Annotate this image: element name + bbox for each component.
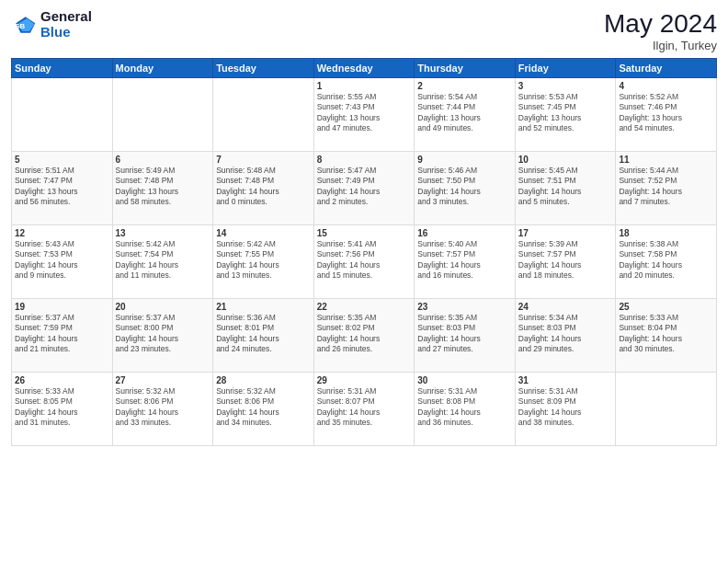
day-number: 25 (619, 302, 713, 312)
day-number: 24 (518, 302, 613, 312)
day-info: Sunrise: 5:45 AM Sunset: 7:51 PM Dayligh… (518, 166, 613, 208)
logo: GB General Blue (11, 9, 92, 40)
day-number: 21 (216, 302, 311, 312)
day-number: 18 (619, 228, 713, 238)
day-number: 23 (417, 302, 512, 312)
day-cell: 3Sunrise: 5:53 AM Sunset: 7:45 PM Daylig… (515, 78, 616, 152)
day-info: Sunrise: 5:33 AM Sunset: 8:05 PM Dayligh… (15, 386, 109, 429)
header: GB General Blue May 2024 Ilgin, Turkey (11, 9, 717, 52)
day-info: Sunrise: 5:42 AM Sunset: 7:54 PM Dayligh… (116, 239, 210, 282)
day-number: 17 (518, 228, 613, 238)
day-info: Sunrise: 5:32 AM Sunset: 8:06 PM Dayligh… (116, 386, 210, 429)
day-number: 28 (216, 375, 311, 385)
day-info: Sunrise: 5:31 AM Sunset: 8:09 PM Dayligh… (518, 386, 613, 429)
day-cell: 24Sunrise: 5:34 AM Sunset: 8:03 PM Dayli… (515, 299, 616, 373)
svg-text:GB: GB (15, 21, 26, 29)
day-cell: 21Sunrise: 5:36 AM Sunset: 8:01 PM Dayli… (213, 299, 314, 373)
day-number: 29 (317, 375, 412, 385)
day-cell: 11Sunrise: 5:44 AM Sunset: 7:52 PM Dayli… (616, 152, 717, 225)
day-number: 27 (116, 375, 210, 385)
day-cell: 6Sunrise: 5:49 AM Sunset: 7:48 PM Daylig… (112, 152, 213, 225)
day-cell: 12Sunrise: 5:43 AM Sunset: 7:53 PM Dayli… (12, 225, 113, 299)
day-cell: 27Sunrise: 5:32 AM Sunset: 8:06 PM Dayli… (112, 373, 213, 446)
day-info: Sunrise: 5:34 AM Sunset: 8:03 PM Dayligh… (518, 313, 613, 355)
day-cell: 4Sunrise: 5:52 AM Sunset: 7:46 PM Daylig… (616, 78, 717, 152)
day-cell: 31Sunrise: 5:31 AM Sunset: 8:09 PM Dayli… (515, 373, 616, 446)
day-info: Sunrise: 5:35 AM Sunset: 8:03 PM Dayligh… (417, 313, 512, 355)
day-cell: 15Sunrise: 5:41 AM Sunset: 7:56 PM Dayli… (313, 225, 415, 299)
day-cell (213, 78, 314, 152)
day-cell: 10Sunrise: 5:45 AM Sunset: 7:51 PM Dayli… (515, 152, 616, 225)
day-info: Sunrise: 5:53 AM Sunset: 7:45 PM Dayligh… (518, 92, 613, 134)
calendar-header-row: SundayMondayTuesdayWednesdayThursdayFrid… (12, 59, 717, 78)
day-number: 14 (216, 228, 311, 238)
day-cell: 18Sunrise: 5:38 AM Sunset: 7:58 PM Dayli… (616, 225, 717, 299)
day-cell: 17Sunrise: 5:39 AM Sunset: 7:57 PM Dayli… (515, 225, 616, 299)
day-info: Sunrise: 5:47 AM Sunset: 7:49 PM Dayligh… (317, 166, 412, 208)
day-number: 15 (317, 228, 412, 238)
day-number: 19 (15, 302, 109, 312)
day-info: Sunrise: 5:33 AM Sunset: 8:04 PM Dayligh… (619, 313, 713, 355)
day-cell: 7Sunrise: 5:48 AM Sunset: 7:48 PM Daylig… (213, 152, 314, 225)
day-info: Sunrise: 5:31 AM Sunset: 8:08 PM Dayligh… (417, 386, 512, 429)
day-cell (112, 78, 213, 152)
day-number: 20 (116, 302, 210, 312)
header-friday: Friday (515, 59, 616, 78)
page-container: GB General Blue May 2024 Ilgin, Turkey S… (0, 0, 728, 563)
day-info: Sunrise: 5:51 AM Sunset: 7:47 PM Dayligh… (15, 166, 109, 208)
header-sunday: Sunday (12, 59, 113, 78)
day-number: 7 (216, 155, 311, 165)
day-info: Sunrise: 5:37 AM Sunset: 8:00 PM Dayligh… (116, 313, 210, 355)
day-number: 6 (116, 155, 210, 165)
day-info: Sunrise: 5:39 AM Sunset: 7:57 PM Dayligh… (518, 239, 613, 282)
day-info: Sunrise: 5:31 AM Sunset: 8:07 PM Dayligh… (317, 386, 412, 429)
day-info: Sunrise: 5:35 AM Sunset: 8:02 PM Dayligh… (317, 313, 412, 355)
day-cell: 30Sunrise: 5:31 AM Sunset: 8:08 PM Dayli… (415, 373, 516, 446)
day-cell: 5Sunrise: 5:51 AM Sunset: 7:47 PM Daylig… (12, 152, 113, 225)
day-info: Sunrise: 5:36 AM Sunset: 8:01 PM Dayligh… (216, 313, 311, 355)
day-cell: 20Sunrise: 5:37 AM Sunset: 8:00 PM Dayli… (112, 299, 213, 373)
day-cell: 13Sunrise: 5:42 AM Sunset: 7:54 PM Dayli… (112, 225, 213, 299)
logo-icon: GB (11, 12, 37, 38)
day-number: 9 (417, 155, 512, 165)
day-info: Sunrise: 5:43 AM Sunset: 7:53 PM Dayligh… (15, 239, 109, 282)
day-number: 10 (518, 155, 613, 165)
day-number: 16 (417, 228, 512, 238)
day-info: Sunrise: 5:52 AM Sunset: 7:46 PM Dayligh… (619, 92, 713, 134)
week-row-1: 1Sunrise: 5:55 AM Sunset: 7:43 PM Daylig… (12, 78, 717, 152)
day-cell: 2Sunrise: 5:54 AM Sunset: 7:44 PM Daylig… (415, 78, 516, 152)
day-number: 13 (116, 228, 210, 238)
day-cell (12, 78, 113, 152)
day-cell: 16Sunrise: 5:40 AM Sunset: 7:57 PM Dayli… (415, 225, 516, 299)
title-block: May 2024 Ilgin, Turkey (604, 9, 717, 52)
week-row-3: 12Sunrise: 5:43 AM Sunset: 7:53 PM Dayli… (12, 225, 717, 299)
day-cell: 25Sunrise: 5:33 AM Sunset: 8:04 PM Dayli… (616, 299, 717, 373)
day-info: Sunrise: 5:55 AM Sunset: 7:43 PM Dayligh… (317, 92, 412, 134)
header-thursday: Thursday (415, 59, 516, 78)
day-number: 5 (15, 155, 109, 165)
day-info: Sunrise: 5:48 AM Sunset: 7:48 PM Dayligh… (216, 166, 311, 208)
day-number: 11 (619, 155, 713, 165)
day-number: 22 (317, 302, 412, 312)
day-cell: 1Sunrise: 5:55 AM Sunset: 7:43 PM Daylig… (313, 78, 415, 152)
day-number: 4 (619, 81, 713, 91)
day-number: 12 (15, 228, 109, 238)
day-number: 3 (518, 81, 613, 91)
day-cell: 9Sunrise: 5:46 AM Sunset: 7:50 PM Daylig… (415, 152, 516, 225)
month-title: May 2024 (604, 9, 717, 39)
day-info: Sunrise: 5:44 AM Sunset: 7:52 PM Dayligh… (619, 166, 713, 208)
day-cell: 14Sunrise: 5:42 AM Sunset: 7:55 PM Dayli… (213, 225, 314, 299)
day-cell: 26Sunrise: 5:33 AM Sunset: 8:05 PM Dayli… (12, 373, 113, 446)
day-info: Sunrise: 5:54 AM Sunset: 7:44 PM Dayligh… (417, 92, 512, 134)
day-cell: 23Sunrise: 5:35 AM Sunset: 8:03 PM Dayli… (415, 299, 516, 373)
day-number: 2 (417, 81, 512, 91)
week-row-2: 5Sunrise: 5:51 AM Sunset: 7:47 PM Daylig… (12, 152, 717, 225)
day-info: Sunrise: 5:49 AM Sunset: 7:48 PM Dayligh… (116, 166, 210, 208)
day-info: Sunrise: 5:42 AM Sunset: 7:55 PM Dayligh… (216, 239, 311, 282)
day-number: 31 (518, 375, 613, 385)
day-cell: 28Sunrise: 5:32 AM Sunset: 8:06 PM Dayli… (213, 373, 314, 446)
week-row-5: 26Sunrise: 5:33 AM Sunset: 8:05 PM Dayli… (12, 373, 717, 446)
day-number: 1 (317, 81, 412, 91)
day-cell: 19Sunrise: 5:37 AM Sunset: 7:59 PM Dayli… (12, 299, 113, 373)
logo-text: General Blue (40, 9, 92, 40)
